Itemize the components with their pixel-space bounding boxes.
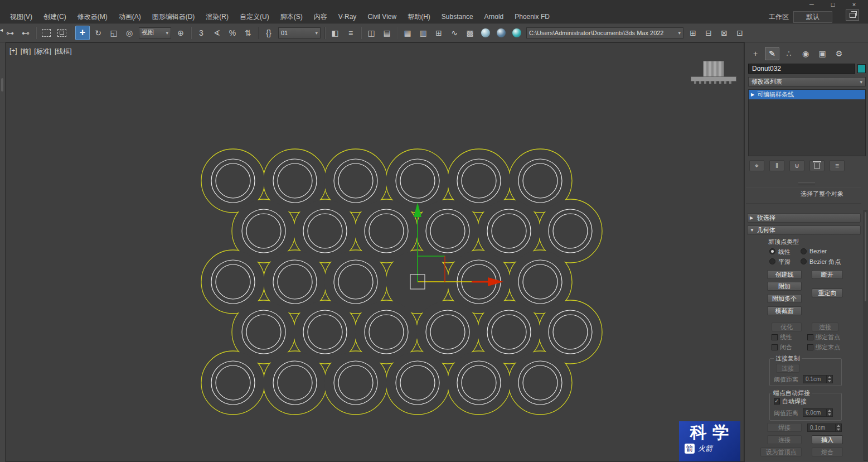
crossing-selection-icon[interactable] [55,26,69,40]
panel-tab-create[interactable]: + [748,47,763,60]
panel-tab-hierarchy[interactable]: ∴ [782,47,796,60]
weld-threshold-spinner[interactable]: 6.0cm [803,408,833,417]
checkbox-linear[interactable] [772,334,778,340]
menu-item-3[interactable]: 修改器(M) [72,11,113,23]
minimize-button[interactable]: ─ [801,0,822,9]
configure-modifier-sets-button[interactable]: ≡ [830,160,845,171]
connect-button[interactable]: 连接 [812,323,838,331]
checkbox-bind-first-label[interactable]: 绑定首点 [816,333,840,341]
radio-linear-label[interactable]: 线性 [778,248,791,256]
menu-item-8[interactable]: 脚本(S) [275,11,308,23]
angle-snap-icon[interactable]: ∢ [210,26,224,40]
radio-bezier-corner[interactable] [801,258,807,264]
menu-item-14[interactable]: Arnold [479,11,510,22]
spinner-snap-icon[interactable]: ⇅ [241,26,255,40]
maximize-button[interactable]: □ [822,0,843,9]
select-and-scale-icon[interactable]: ◱ [106,26,121,40]
menu-item-9[interactable]: 内容 [308,11,333,23]
scene-explorer-icon[interactable]: ▤ [380,26,394,40]
unlink-selection-icon[interactable]: ⊷ [18,26,33,40]
align-icon[interactable]: ≡ [343,26,358,40]
project-folder-combo[interactable]: C:\Users\Administrator\Documents\3ds Max… [526,27,683,38]
radio-bezier-label[interactable]: Bezier [809,248,827,254]
layer-manager-icon[interactable]: ▦ [400,26,415,40]
menu-item-5[interactable]: 图形编辑器(D) [147,11,201,23]
break-button[interactable]: 断开 [812,270,843,279]
restore-child-window-button[interactable] [846,9,859,21]
modifier-list-dropdown[interactable]: 修改器列表 ▾ [748,77,866,86]
menu-item-11[interactable]: Civil View [362,11,402,22]
ribbon-toggle-icon[interactable]: ▥ [416,26,430,40]
rollout-soft-selection[interactable]: ▶ 软选择 [747,213,861,223]
make-unique-button[interactable]: ⊎ [789,160,804,171]
checkbox-auto-weld[interactable] [774,398,780,405]
attach-multiple-button[interactable]: 附加多个 [767,294,802,303]
weld-button[interactable]: 焊接 [767,423,802,432]
reorient-button[interactable]: 重定向 [812,288,843,297]
radio-linear[interactable] [769,248,775,254]
menu-item-12[interactable]: 帮助(H) [402,11,436,23]
viewport[interactable]: [+][前][标准][线框] 科学 箭 火箭 [6,42,744,462]
viewport-label-segment-3[interactable]: [标准] [34,47,51,56]
refine-button[interactable]: 优化 [772,323,802,331]
fuse-button[interactable]: 熔合 [812,447,843,456]
select-and-link-icon[interactable]: ⊶ [3,26,17,40]
attach-button[interactable]: 附加 [767,282,802,291]
panel-tab-utilities[interactable]: ⚙ [832,47,846,60]
dock-handle[interactable] [1,78,3,92]
checkbox-auto-weld-label[interactable]: 自动焊接 [782,397,807,406]
show-end-result-button[interactable]: ‖ [769,160,784,171]
checkbox-bind-last-label[interactable]: 绑定末点 [816,343,840,352]
named-selection-combo[interactable]: 01▾ [278,27,321,38]
menu-item-7[interactable]: 自定义(U) [234,11,275,23]
modifier-stack-row[interactable]: ▶可编辑样条线 [749,90,865,99]
workspace-switch-icon[interactable]: ⊡ [733,26,747,40]
menu-item-15[interactable]: Phoenix FD [509,11,555,22]
object-name-field[interactable]: Donut032 [748,64,855,74]
new-explorer-icon[interactable]: ⊠ [717,26,731,40]
use-pivot-center-icon[interactable]: ⊕ [173,26,188,40]
workspace-value-dropdown[interactable]: 默认 [793,11,832,23]
radio-smooth-label[interactable]: 平滑 [778,258,791,266]
mirror-icon[interactable]: ◧ [328,26,342,40]
material-editor-icon[interactable] [494,26,508,40]
menu-item-2[interactable]: 创建(C) [38,11,72,23]
edit-named-selections-icon[interactable]: {} [261,26,276,40]
close-button[interactable]: × [843,0,865,9]
menu-item-10[interactable]: V-Ray [333,11,362,22]
track-view-icon[interactable]: ▩ [463,26,477,40]
radio-bezier[interactable] [801,248,807,254]
percent-snap-icon[interactable]: % [225,26,240,40]
panel-scrollbar[interactable] [864,210,867,461]
connect-threshold-spinner[interactable]: 0.1cm [803,375,833,383]
checkbox-bind-first[interactable] [807,334,813,340]
select-and-place-icon[interactable]: ◎ [122,26,137,40]
snap-toggle-3d-icon[interactable]: 3 [194,26,208,40]
asset-tracking-icon[interactable]: ⊞ [686,26,700,40]
remove-modifier-button[interactable] [809,160,825,171]
rectangular-selection-icon[interactable] [39,26,54,40]
viewport-label-segment-1[interactable]: [+] [9,47,17,56]
checkbox-linear-label[interactable]: 线性 [780,333,792,341]
create-line-button[interactable]: 创建线 [767,270,802,279]
radio-bezier-corner-label[interactable]: Bezier 角点 [809,258,841,266]
weld-value-spinner[interactable]: 0.1cm [807,424,842,432]
expand-icon[interactable]: ▶ [751,92,754,97]
viewport-canvas[interactable] [6,43,744,462]
menu-item-6[interactable]: 渲染(R) [200,11,234,23]
panel-splitter-handle[interactable] [798,182,815,185]
panel-tab-display[interactable]: ▣ [815,47,830,60]
checkbox-closed-label[interactable]: 闭合 [780,343,792,352]
insert-button[interactable]: 插入 [812,435,843,444]
schematic-view-icon[interactable]: ⊞ [431,26,446,40]
object-color-swatch[interactable] [857,64,866,73]
reference-coordinate-combo[interactable]: 视图▾ [139,27,171,38]
rollout-geometry[interactable]: ▼ 几何体 [747,225,861,235]
cross-section-button[interactable]: 横截面 [767,306,802,315]
connect-copy-connect-button[interactable]: 连接 [776,364,799,373]
viewport-layout-icon[interactable]: ◫ [364,26,379,40]
render-setup-icon[interactable] [478,26,493,40]
radio-smooth[interactable] [769,258,775,264]
viewport-label-segment-4[interactable]: [线框] [55,47,72,56]
render-production-icon[interactable] [510,26,524,40]
